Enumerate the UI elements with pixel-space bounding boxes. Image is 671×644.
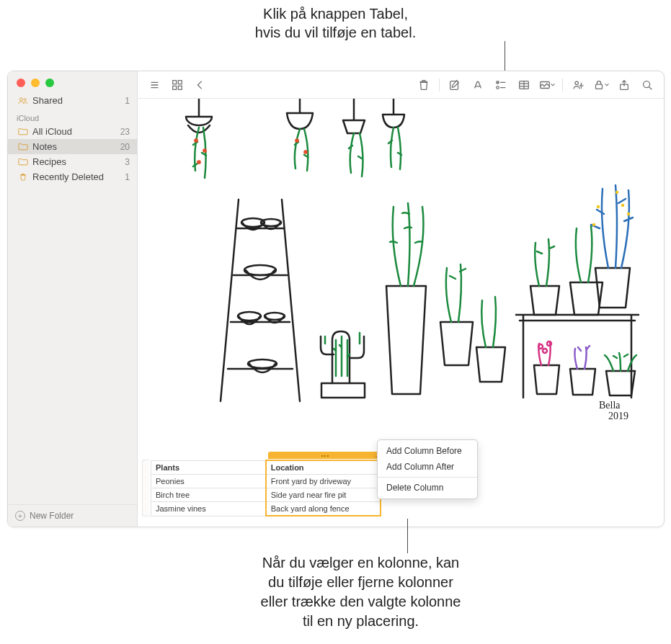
table-row[interactable]: Jasmine vines Back yard along fence: [151, 502, 381, 516]
sidebar-section-icloud: iCloud: [8, 108, 137, 124]
table-header-cell[interactable]: Location: [266, 460, 381, 475]
callout-bottom: Når du vælger en kolonne, kan du tilføje…: [115, 553, 606, 631]
svg-point-31: [621, 204, 624, 207]
menu-separator: [378, 477, 477, 478]
svg-point-28: [616, 191, 618, 194]
svg-point-30: [592, 223, 595, 226]
menu-item-add-column-after[interactable]: Add Column After: [378, 459, 477, 475]
media-button[interactable]: [536, 76, 558, 94]
sidebar-item-notes[interactable]: Notes 20: [8, 139, 137, 154]
table-column-handle[interactable]: ••• ⌄: [268, 452, 383, 459]
svg-point-34: [543, 349, 547, 353]
menu-item-delete-column[interactable]: Delete Column: [378, 480, 477, 496]
sidebar-item-all-icloud[interactable]: All iCloud 23: [8, 124, 137, 139]
svg-rect-3: [178, 80, 182, 84]
table-cell[interactable]: Jasmine vines: [151, 502, 266, 516]
table-row[interactable]: Peonies Front yard by driveway: [151, 475, 381, 488]
sidebar-shared-count: 1: [125, 96, 130, 106]
svg-point-15: [644, 81, 650, 87]
table-button[interactable]: [513, 76, 535, 94]
table-cell[interactable]: Back yard along fence: [266, 502, 381, 516]
toolbar: [138, 71, 664, 99]
svg-point-23: [203, 149, 205, 151]
svg-point-33: [547, 341, 551, 346]
collaborate-button[interactable]: [567, 76, 589, 94]
svg-rect-6: [450, 81, 458, 89]
app-window: Shared 1 iCloud All iCloud 23 Notes 20: [7, 71, 665, 527]
sidebar-item-count: 23: [120, 127, 130, 137]
trash-icon: [18, 173, 28, 181]
svg-point-11: [575, 81, 579, 85]
checklist-button[interactable]: [490, 76, 512, 94]
close-window-button[interactable]: [17, 79, 25, 87]
column-context-menu: Add Column Before Add Column After Delet…: [377, 439, 478, 499]
zoom-window-button[interactable]: [45, 79, 54, 87]
callout-line-top: [505, 41, 505, 71]
table-cell[interactable]: Side yard near fire pit: [266, 488, 381, 502]
svg-point-24: [197, 161, 200, 163]
sidebar-item-count: 20: [120, 142, 130, 152]
grid-view-button[interactable]: [166, 76, 188, 94]
folder-icon: [18, 158, 28, 166]
svg-point-0: [19, 98, 22, 101]
callout-bottom-line2: du tilføje eller fjerne kolonner: [115, 573, 606, 592]
svg-point-26: [304, 151, 306, 153]
sidebar-item-label: Recently Deleted: [32, 171, 104, 182]
callout-bottom-line3: eller trække den valgte kolonne: [115, 592, 606, 612]
menu-item-add-column-before[interactable]: Add Column Before: [378, 443, 477, 459]
sidebar-item-count: 1: [125, 172, 130, 182]
people-icon: [18, 97, 28, 104]
svg-rect-2: [173, 80, 177, 84]
share-button[interactable]: [613, 76, 635, 94]
delete-button[interactable]: [413, 76, 435, 94]
compose-button[interactable]: [444, 76, 466, 94]
sidebar-item-recently-deleted[interactable]: Recently Deleted 1: [8, 169, 137, 184]
back-button[interactable]: [190, 76, 211, 94]
svg-point-27: [597, 205, 600, 208]
new-folder-button[interactable]: + New Folder: [8, 504, 137, 527]
plus-icon: +: [15, 511, 25, 521]
new-folder-label: New Folder: [30, 511, 74, 521]
svg-point-1: [24, 99, 26, 101]
table-cell[interactable]: Birch tree: [151, 488, 266, 502]
drawing-signature-year: 2019: [608, 411, 628, 421]
callout-top-line2: hvis du vil tilføje en tabel.: [0, 23, 671, 42]
note-drawing: Bella 2019: [156, 99, 646, 423]
sidebar-item-count: 3: [125, 157, 130, 167]
svg-rect-4: [173, 86, 177, 89]
note-content: Bella 2019 ••• ⌄ Plants Location: [138, 99, 664, 527]
callout-top: Klik på knappen Tabel, hvis du vil tilfø…: [0, 4, 671, 42]
drawing-signature-name: Bella: [599, 400, 621, 411]
table-row[interactable]: Birch tree Side yard near fire pit: [151, 488, 381, 502]
sidebar-item-shared[interactable]: Shared 1: [8, 93, 137, 108]
sidebar-item-recipes[interactable]: Recipes 3: [8, 154, 137, 169]
format-button[interactable]: [467, 76, 489, 94]
callout-bottom-line1: Når du vælger en kolonne, kan: [115, 553, 606, 573]
note-table[interactable]: ••• ⌄ Plants Location Peonies Front yard…: [151, 460, 381, 516]
minimize-window-button[interactable]: [31, 79, 40, 87]
sidebar-shared-label: Shared: [32, 95, 63, 106]
lock-button[interactable]: [590, 76, 612, 94]
grip-icon: •••: [321, 452, 329, 459]
svg-point-12: [580, 84, 582, 86]
table-row-handle[interactable]: [142, 460, 149, 516]
sidebar-item-label: Notes: [32, 141, 57, 152]
callout-top-line1: Klik på knappen Tabel,: [0, 4, 671, 23]
svg-rect-13: [596, 84, 603, 89]
folder-icon: [18, 143, 28, 151]
svg-rect-5: [178, 86, 182, 89]
table-header-cell[interactable]: Plants: [151, 460, 266, 475]
svg-point-29: [627, 213, 630, 215]
sidebar-item-label: All iCloud: [32, 126, 72, 137]
table-cell[interactable]: Peonies: [151, 475, 266, 488]
table-cell[interactable]: Front yard by driveway: [266, 475, 381, 488]
window-controls: [8, 71, 137, 93]
sidebar: Shared 1 iCloud All iCloud 23 Notes 20: [8, 71, 138, 527]
svg-point-8: [497, 86, 499, 89]
list-view-button[interactable]: [143, 76, 165, 94]
main-area: Bella 2019 ••• ⌄ Plants Location: [138, 71, 664, 527]
sidebar-item-label: Recipes: [32, 156, 66, 167]
search-button[interactable]: [636, 76, 658, 94]
callout-line-bottom: [407, 519, 408, 553]
table-row[interactable]: Plants Location: [151, 460, 381, 475]
